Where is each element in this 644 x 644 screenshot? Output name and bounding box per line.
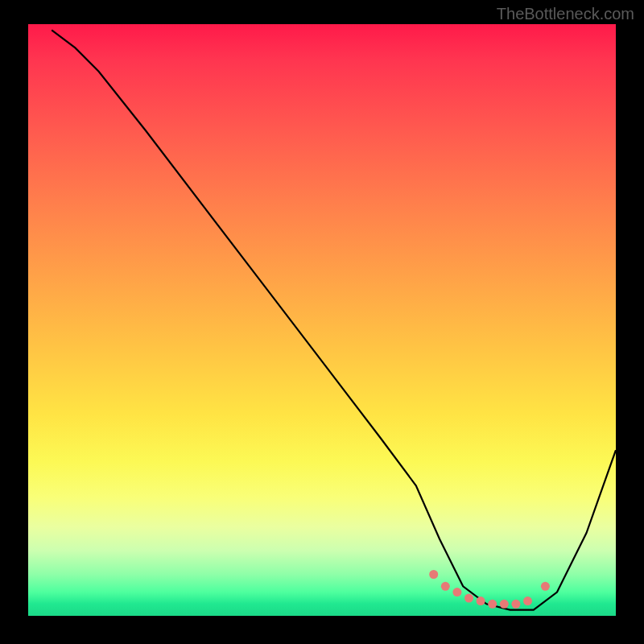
plot-area bbox=[28, 24, 616, 616]
marker-dot bbox=[488, 600, 497, 609]
marker-dot bbox=[541, 582, 550, 591]
curve-markers bbox=[429, 570, 550, 609]
chart-svg bbox=[28, 24, 616, 616]
marker-dot bbox=[429, 570, 438, 579]
marker-dot bbox=[441, 582, 450, 591]
marker-dot bbox=[500, 600, 509, 609]
marker-dot bbox=[464, 594, 473, 603]
watermark-text: TheBottleneck.com bbox=[497, 5, 634, 23]
marker-dot bbox=[511, 600, 520, 609]
marker-dot bbox=[477, 597, 485, 605]
bottleneck-curve bbox=[52, 30, 616, 609]
marker-dot bbox=[523, 597, 532, 605]
marker-dot bbox=[452, 588, 461, 597]
